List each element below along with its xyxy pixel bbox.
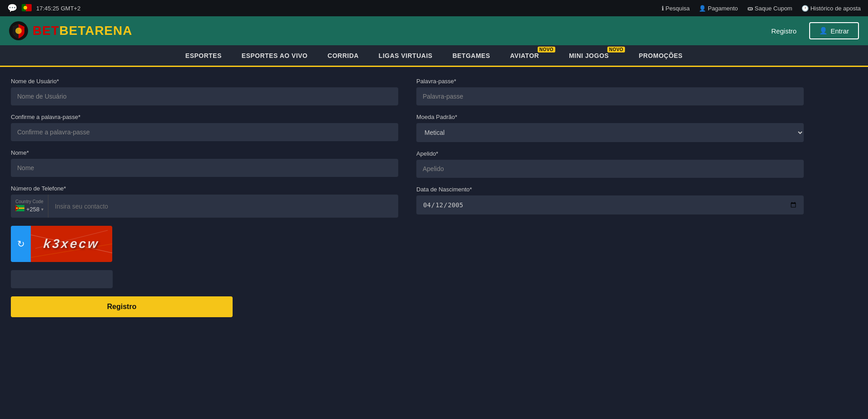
top-bar: 💬 17:45:25 GMT+2 ℹ Pesquisa 👤 Pagamento … xyxy=(0,0,868,16)
confirm-pass-input[interactable] xyxy=(11,123,398,141)
form-right-column: Palavra-passe* Moeda Padrão* Metical Ape… xyxy=(416,78,804,317)
apelido-label: Apelido* xyxy=(416,150,804,157)
payment-icon: 👤 xyxy=(699,5,706,12)
password-label: Palavra-passe* xyxy=(416,78,804,85)
country-code-number: +258 xyxy=(26,206,39,213)
pesquisa-link[interactable]: ℹ Pesquisa xyxy=(662,5,690,12)
navigation: ESPORTES ESPORTES AO VIVO CORRIDA LIGAS … xyxy=(0,45,868,67)
flag-portugal xyxy=(22,4,32,13)
phone-label: Número de Telefone* xyxy=(11,185,398,192)
chevron-down-icon: ▾ xyxy=(41,207,43,212)
form-left-column: Nome de Usuário* Confirme a palavra-pass… xyxy=(11,78,398,317)
captcha-text: k3xecw xyxy=(43,237,100,251)
svg-point-7 xyxy=(16,207,18,209)
registration-form: Nome de Usuário* Confirme a palavra-pass… xyxy=(0,67,815,328)
nome-input[interactable] xyxy=(11,159,398,177)
currency-select[interactable]: Metical xyxy=(416,123,804,142)
apelido-input[interactable] xyxy=(416,160,804,178)
logo: BETBETARENA xyxy=(9,21,132,40)
aviator-badge: Novo xyxy=(538,47,555,52)
flag-mozambique xyxy=(15,205,24,213)
captcha-wrapper: ↻ k3xecw xyxy=(11,226,398,262)
nav-esportes-ao-vivo[interactable]: ESPORTES AO VIVO xyxy=(232,45,318,67)
user-icon: 👤 xyxy=(819,27,828,35)
header-right: Registro 👤 Entrar xyxy=(764,22,859,39)
history-icon: 🕐 xyxy=(801,5,809,12)
phone-wrapper: Country Code xyxy=(11,195,398,218)
nav-esportes[interactable]: ESPORTES xyxy=(176,45,232,67)
registro-button-header[interactable]: Registro xyxy=(764,24,804,38)
time-display: 17:45:25 GMT+2 xyxy=(36,5,81,12)
registro-button-main[interactable]: Registro xyxy=(11,296,233,317)
country-code-label: Country Code xyxy=(15,199,43,204)
nav-promocoes[interactable]: PROMOÇÕES xyxy=(629,45,692,67)
nav-corrida[interactable]: CORRIDA xyxy=(318,45,369,67)
historico-link[interactable]: 🕐 Histórico de aposta xyxy=(801,5,861,12)
apelido-group: Apelido* xyxy=(416,150,804,178)
chat-icon[interactable]: 💬 xyxy=(7,3,17,13)
currency-label: Moeda Padrão* xyxy=(416,114,804,120)
captcha-image: k3xecw xyxy=(31,226,112,262)
phone-input[interactable] xyxy=(48,195,398,218)
nome-group: Nome* xyxy=(11,149,398,177)
coupon-icon: 🎟 xyxy=(747,5,753,12)
currency-group: Moeda Padrão* Metical xyxy=(416,114,804,142)
nav-mini-jogos[interactable]: MINI JOGOS Novo xyxy=(559,45,629,67)
password-group: Palavra-passe* xyxy=(416,78,804,105)
logo-icon xyxy=(9,21,28,40)
svg-point-1 xyxy=(15,28,22,34)
entrar-button[interactable]: 👤 Entrar xyxy=(809,22,859,39)
nav-aviator[interactable]: AVIATOR Novo xyxy=(500,45,559,67)
flag-mz-svg xyxy=(15,205,24,211)
password-input[interactable] xyxy=(416,87,804,105)
logo-text: BETBETARENA xyxy=(33,24,132,38)
nav-betgames[interactable]: BETGAMES xyxy=(443,45,500,67)
saque-cupom-link[interactable]: 🎟 Saque Cupom xyxy=(747,5,792,12)
nav-ligas-virtuais[interactable]: LIGAS VIRTUAIS xyxy=(369,45,443,67)
confirm-pass-group: Confirme a palavra-passe* xyxy=(11,114,398,141)
confirm-pass-label: Confirme a palavra-passe* xyxy=(11,114,398,120)
logo-shield-svg xyxy=(10,22,27,39)
top-bar-left: 💬 17:45:25 GMT+2 xyxy=(7,3,81,13)
captcha-refresh-button[interactable]: ↻ xyxy=(11,226,31,262)
dob-group: Data de Nascimento* xyxy=(416,186,804,214)
pagamento-link[interactable]: 👤 Pagamento xyxy=(699,5,738,12)
header: BETBETARENA Registro 👤 Entrar xyxy=(0,16,868,45)
captcha-input[interactable] xyxy=(11,270,113,288)
country-code-selector[interactable]: Country Code xyxy=(11,195,48,218)
mini-jogos-badge: Novo xyxy=(607,47,625,52)
nome-label: Nome* xyxy=(11,149,398,156)
username-group: Nome de Usuário* xyxy=(11,78,398,105)
dob-label: Data de Nascimento* xyxy=(416,186,804,193)
captcha-input-row xyxy=(11,270,398,288)
username-label: Nome de Usuário* xyxy=(11,78,398,85)
username-input[interactable] xyxy=(11,87,398,105)
dob-input[interactable] xyxy=(416,195,804,214)
search-icon: ℹ xyxy=(662,5,664,12)
phone-group: Número de Telefone* Country Code xyxy=(11,185,398,218)
top-bar-right: ℹ Pesquisa 👤 Pagamento 🎟 Saque Cupom 🕐 H… xyxy=(662,5,861,12)
refresh-icon: ↻ xyxy=(17,238,25,249)
